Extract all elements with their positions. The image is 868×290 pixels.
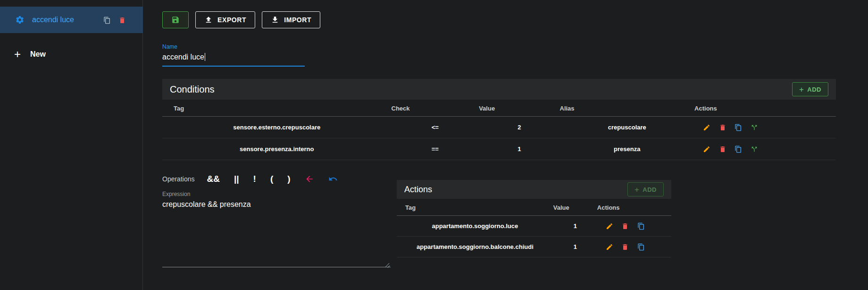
column-header-tag: Tag: [397, 199, 553, 216]
condition-value: 2: [479, 117, 559, 138]
text-cursor: [205, 53, 205, 61]
operator-close-paren-button[interactable]: ): [287, 174, 290, 184]
conditions-panel: Conditions + ADD Tag Check Value Alias A…: [162, 79, 836, 160]
trash-icon: [621, 222, 629, 230]
actions-panel: Actions + ADD Tag Value Actions appartam…: [397, 180, 671, 257]
operator-or-button[interactable]: ||: [234, 174, 239, 184]
condition-check: <=: [392, 117, 479, 138]
edit-action-button[interactable]: [606, 243, 613, 251]
edit-condition-button[interactable]: [703, 123, 710, 131]
copy-icon: [734, 145, 742, 153]
condition-tag: sensore.esterno.crepuscolare: [162, 117, 392, 138]
split-condition-button[interactable]: [751, 145, 758, 153]
copy-condition-button[interactable]: [734, 145, 742, 153]
copy-icon: [637, 222, 645, 230]
trash-icon: [719, 124, 726, 131]
delete-action-button[interactable]: [621, 243, 629, 251]
app-root: accendi luce + New EXPORT IMPORT Name ac…: [0, 0, 868, 290]
condition-row: sensore.presenza.interno == 1 presenza: [162, 138, 836, 160]
sidebar: accendi luce + New: [0, 0, 143, 290]
name-field: Name accendi luce: [162, 43, 305, 67]
condition-alias: presenza: [560, 138, 695, 160]
toolbar: EXPORT IMPORT: [162, 11, 320, 28]
column-header-alias: Alias: [560, 100, 695, 117]
trash-icon: [719, 145, 726, 153]
backspace-button[interactable]: [305, 174, 314, 184]
import-icon: [271, 16, 279, 24]
delete-action-button[interactable]: [621, 222, 629, 230]
edit-icon: [703, 124, 710, 131]
sidebar-item-new[interactable]: + New: [0, 44, 142, 64]
conditions-table-header: Tag Check Value Alias Actions: [162, 100, 836, 117]
name-input-value: accendi luce: [162, 53, 204, 61]
call-split-icon: [751, 145, 758, 153]
edit-icon: [703, 145, 710, 153]
delete-rule-button[interactable]: [118, 16, 126, 24]
edit-condition-button[interactable]: [703, 145, 710, 153]
delete-condition-button[interactable]: [719, 123, 726, 131]
condition-row: sensore.esterno.crepuscolare <= 2 crepus…: [162, 117, 836, 138]
operator-not-button[interactable]: !: [253, 174, 256, 184]
operations-bar: Operations && || ! ( ): [162, 174, 338, 184]
conditions-title: Conditions: [170, 84, 215, 95]
actions-table: Tag Value Actions appartamento.soggiorno…: [397, 199, 671, 257]
operator-and-button[interactable]: &&: [207, 174, 219, 184]
actions-table-header: Tag Value Actions: [397, 199, 671, 216]
name-field-label: Name: [162, 43, 305, 50]
action-tag: appartamento.soggiorno.balcone.chiudi: [397, 237, 553, 257]
plus-icon: +: [634, 186, 639, 194]
import-button[interactable]: IMPORT: [262, 11, 320, 28]
sidebar-item-label: accendi luce: [32, 16, 74, 24]
add-condition-button[interactable]: + ADD: [792, 82, 828, 96]
actions-header: Actions + ADD: [397, 180, 671, 199]
column-header-value: Value: [553, 199, 597, 216]
condition-value: 1: [479, 138, 559, 160]
conditions-table: Tag Check Value Alias Actions sensore.es…: [162, 100, 836, 160]
copy-action-button[interactable]: [637, 243, 645, 251]
plus-icon: +: [14, 49, 21, 60]
edit-icon: [606, 222, 613, 230]
expression-label: Expression: [162, 191, 391, 197]
copy-icon: [734, 124, 742, 131]
edit-action-button[interactable]: [606, 222, 613, 230]
column-header-check: Check: [392, 100, 479, 117]
column-header-actions: Actions: [694, 100, 836, 117]
export-icon: [204, 16, 213, 24]
conditions-header: Conditions + ADD: [162, 79, 836, 100]
split-condition-button[interactable]: [751, 123, 758, 131]
export-button[interactable]: EXPORT: [195, 11, 255, 28]
copy-action-button[interactable]: [637, 222, 645, 230]
call-split-icon: [751, 124, 758, 131]
export-label: EXPORT: [217, 16, 246, 24]
condition-alias: crepuscolare: [560, 117, 695, 138]
save-icon: [171, 16, 180, 24]
actions-title: Actions: [404, 185, 432, 195]
copy-icon: [103, 17, 111, 24]
trash-icon: [118, 17, 126, 24]
copy-condition-button[interactable]: [734, 123, 742, 131]
new-item-label: New: [30, 50, 46, 59]
add-condition-label: ADD: [807, 86, 821, 93]
action-row: appartamento.soggiorno.luce 1: [397, 216, 671, 237]
condition-check: ==: [392, 138, 479, 160]
action-value: 1: [553, 216, 597, 237]
duplicate-rule-button[interactable]: [103, 16, 111, 24]
arrow-back-icon: [305, 174, 314, 184]
copy-icon: [637, 243, 645, 251]
undo-button[interactable]: [328, 174, 338, 184]
add-action-label: ADD: [643, 186, 657, 193]
sidebar-item-rule[interactable]: accendi luce: [0, 7, 143, 33]
plus-icon: +: [799, 85, 804, 94]
gear-icon: [15, 15, 25, 25]
add-action-button[interactable]: + ADD: [627, 182, 664, 196]
name-input[interactable]: accendi luce: [162, 53, 305, 67]
action-tag: appartamento.soggiorno.luce: [397, 216, 553, 237]
column-header-value: Value: [479, 100, 559, 117]
save-button[interactable]: [162, 11, 189, 28]
import-label: IMPORT: [284, 16, 311, 24]
expression-textarea[interactable]: crepuscolare && presenza: [162, 200, 391, 267]
action-value: 1: [553, 237, 597, 257]
column-header-actions: Actions: [597, 199, 671, 216]
delete-condition-button[interactable]: [719, 145, 726, 153]
operator-open-paren-button[interactable]: (: [270, 174, 273, 184]
